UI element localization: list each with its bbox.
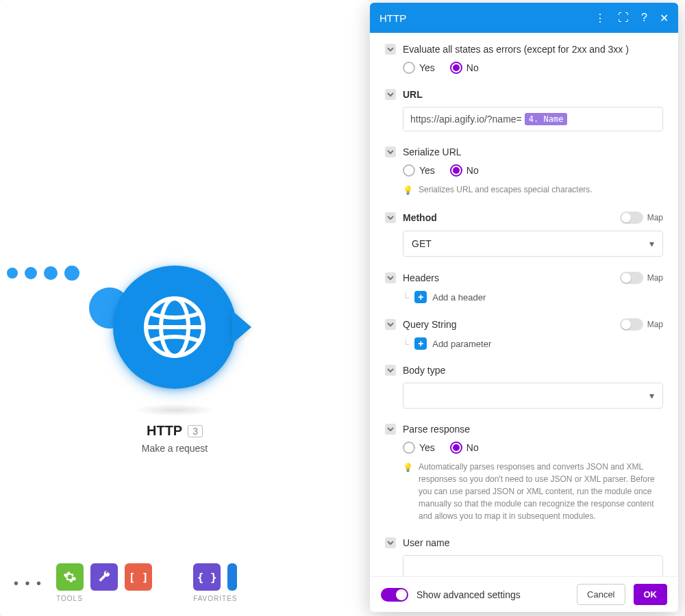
headers-map-toggle[interactable]: Map [620, 272, 663, 284]
node-run-count-badge: 3 [188, 425, 203, 437]
serialize-no[interactable]: No [450, 164, 479, 177]
add-header-label[interactable]: Add a header [432, 292, 486, 303]
connection-dots [7, 266, 79, 281]
node-subtitle: Make a request [142, 443, 208, 454]
tools-wrench-button[interactable] [90, 563, 118, 591]
field-url: URL https://api.agify.io/?name= 4. Name [385, 89, 663, 131]
url-input[interactable]: https://api.agify.io/?name= 4. Name [403, 107, 663, 131]
bulb-icon: 💡 [403, 184, 413, 196]
favorite-button[interactable] [227, 563, 237, 591]
field-query-string: Query String Map └ + Add parameter [385, 318, 663, 350]
chevron-down-icon: ▾ [649, 238, 654, 249]
field-body-type: Body type ▾ [385, 365, 663, 409]
method-select[interactable]: GET ▾ [403, 231, 663, 257]
field-label: User name [403, 537, 663, 548]
globe-icon [140, 293, 209, 361]
add-parameter-button[interactable]: + [414, 337, 427, 350]
hint-text: Serializes URL and escapes special chara… [419, 183, 593, 196]
add-parameter-label[interactable]: Add parameter [432, 339, 491, 349]
chevron-down-icon[interactable] [385, 272, 396, 283]
field-method: Method Map GET ▾ [385, 211, 663, 257]
chevron-down-icon[interactable] [385, 365, 396, 376]
add-header-button[interactable]: + [414, 291, 427, 303]
field-username: User name [385, 537, 663, 576]
advanced-settings-label: Show advanced settings [416, 589, 569, 600]
tree-line-icon: └ [403, 292, 409, 303]
field-parse-response: Parse response Yes No 💡 Automatically pa… [385, 424, 663, 522]
close-icon[interactable]: ✕ [660, 12, 669, 25]
gear-icon [63, 570, 77, 584]
chevron-down-icon[interactable] [385, 146, 396, 157]
field-label: URL [403, 89, 663, 100]
wrench-icon [97, 570, 111, 584]
tools-brackets-button[interactable]: [ ] [125, 563, 152, 591]
module-config-panel: HTTP ⋮ ⛶ ? ✕ Evaluate all states as erro… [370, 3, 678, 612]
brackets-icon: [ ] [129, 571, 149, 584]
chevron-down-icon[interactable] [385, 424, 396, 435]
field-label: Body type [403, 365, 663, 376]
chevron-down-icon[interactable] [385, 89, 396, 100]
evaluate-errors-yes[interactable]: Yes [403, 62, 435, 74]
node-title: HTTP [147, 423, 182, 439]
parse-no[interactable]: No [450, 441, 479, 454]
kebab-icon[interactable]: ⋮ [595, 12, 606, 25]
favorites-label: FAVORITES [193, 595, 237, 602]
hint-text: Automatically parses responses and conve… [419, 461, 663, 522]
tools-label: TOOLS [56, 595, 83, 602]
query-map-toggle[interactable]: Map [620, 318, 663, 331]
tree-line-icon: └ [403, 339, 409, 349]
serialize-yes[interactable]: Yes [403, 164, 435, 177]
field-serialize-url: Serialize URL Yes No 💡 Serializes URL an… [385, 146, 663, 196]
method-map-toggle[interactable]: Map [620, 211, 663, 224]
field-evaluate-errors: Evaluate all states as errors (except fo… [385, 44, 663, 74]
braces-icon: { } [197, 571, 217, 584]
chevron-down-icon[interactable] [385, 319, 396, 330]
field-label: Serialize URL [403, 146, 663, 157]
chevron-down-icon[interactable] [385, 44, 396, 55]
field-label: Headers [403, 272, 613, 283]
parse-yes[interactable]: Yes [403, 441, 435, 454]
expand-icon[interactable]: ⛶ [618, 12, 629, 24]
ok-button[interactable]: OK [634, 584, 668, 605]
username-input[interactable] [403, 555, 663, 576]
field-label: Query String [403, 319, 613, 330]
field-label: Parse response [403, 424, 663, 435]
cancel-button[interactable]: Cancel [577, 584, 625, 605]
field-label: Method [403, 212, 613, 223]
panel-footer: Show advanced settings Cancel OK [370, 576, 678, 612]
mapped-variable-pill[interactable]: 4. Name [525, 113, 568, 125]
http-module-node[interactable]: HTTP 3 Make a request [113, 266, 236, 454]
chevron-down-icon: ▾ [649, 390, 654, 401]
bottom-toolbar: • • • [ ] TOOLS { } FA [14, 563, 238, 602]
advanced-settings-toggle[interactable] [381, 588, 408, 602]
chevron-down-icon[interactable] [385, 537, 396, 548]
body-type-select[interactable]: ▾ [403, 383, 663, 409]
favorite-braces-button[interactable]: { } [193, 563, 221, 591]
help-icon[interactable]: ? [641, 12, 647, 24]
chevron-down-icon[interactable] [385, 212, 396, 223]
panel-header: HTTP ⋮ ⛶ ? ✕ [370, 3, 678, 33]
more-icon[interactable]: • • • [14, 563, 42, 591]
evaluate-errors-no[interactable]: No [450, 62, 479, 74]
field-headers: Headers Map └ + Add a header [385, 272, 663, 303]
panel-body[interactable]: Evaluate all states as errors (except fo… [370, 33, 678, 576]
bulb-icon: 💡 [403, 461, 413, 474]
tools-settings-button[interactable] [56, 563, 84, 591]
node-output-arrow-icon [232, 311, 251, 344]
field-label: Evaluate all states as errors (except fo… [403, 44, 663, 55]
panel-title: HTTP [379, 12, 406, 24]
